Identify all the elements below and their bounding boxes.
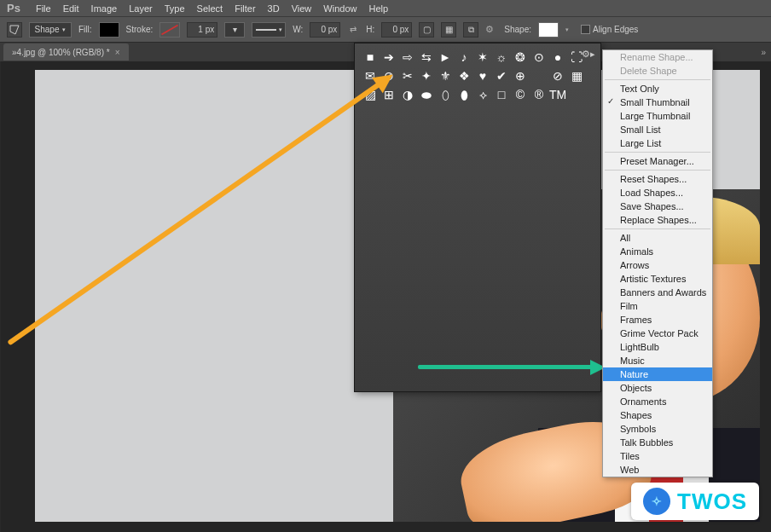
shape-preset[interactable]: ❖ [455,67,472,84]
height-input[interactable]: 0 px [381,22,412,38]
context-menu-item[interactable]: Artistic Textures [603,272,712,286]
shape-preset[interactable]: ⬯ [437,86,454,103]
context-menu-item[interactable]: Tiles [603,449,712,463]
context-menu-item[interactable]: LightBulb [603,340,712,354]
menu-image[interactable]: Image [91,3,118,14]
shape-preset[interactable]: ⟡ [474,86,491,103]
context-menu-item[interactable]: Preset Manager... [603,154,712,168]
context-menu-item: Delete Shape [603,64,712,78]
path-arrangement-button[interactable]: ⧉ [463,22,478,38]
context-menu-item[interactable]: Objects [603,381,712,395]
menu-layer[interactable]: Layer [129,3,153,14]
context-menu-item[interactable]: Large List [603,136,712,150]
options-gear-icon[interactable]: ⚙ [485,24,497,36]
document-tab-title: »4.jpg @ 100% (RGB/8) * [12,48,110,57]
context-menu-item[interactable]: Small List [603,123,712,136]
width-label: W: [293,25,303,34]
shape-preset[interactable]: ⬬ [418,86,435,103]
shape-preset[interactable]: ► [437,49,454,66]
expand-tabs-icon[interactable]: » [761,48,766,57]
shape-preset[interactable]: ▦ [568,67,585,84]
menu-filter[interactable]: Filter [235,3,255,14]
shape-picker-swatch[interactable] [538,22,559,38]
shape-preset[interactable]: © [512,86,529,103]
context-menu-item[interactable]: Film [603,299,712,313]
stroke-options-dropdown[interactable]: ▾ [224,22,245,38]
shape-preset[interactable]: ♥ [474,67,491,84]
context-menu-separator [605,152,710,153]
shape-preset[interactable]: ® [530,86,548,103]
shape-preset[interactable]: ➔ [380,49,397,66]
menu-file[interactable]: File [36,3,51,14]
context-menu-item[interactable]: Shapes [603,408,712,422]
menu-view[interactable]: View [292,3,312,14]
menu-type[interactable]: Type [165,3,185,14]
shape-preset[interactable]: ✶ [474,49,491,66]
context-menu-item[interactable]: Nature [603,367,712,381]
shape-preset[interactable]: ◑ [399,86,416,103]
menu-select[interactable]: Select [197,3,223,14]
context-menu-separator [605,79,710,80]
context-menu-item[interactable]: Music [603,354,712,367]
context-menu-item[interactable]: Arrows [603,258,712,272]
stroke-swatch[interactable] [159,22,180,38]
context-menu-item[interactable]: Replace Shapes... [603,213,712,227]
shape-preset[interactable]: ✔ [493,67,510,84]
shape-preset[interactable]: ⊕ [512,67,529,84]
stroke-type-dropdown[interactable]: ▾ [252,22,286,38]
shape-preset[interactable]: ♪ [455,49,472,66]
context-menu-separator [605,170,710,171]
shape-preset[interactable]: ✂ [399,67,416,84]
width-input[interactable]: 0 px [310,22,340,38]
shape-preset[interactable]: TM [549,86,566,103]
path-alignment-button[interactable]: ▦ [441,22,456,38]
context-menu-item[interactable]: Small Thumbnail [603,95,712,109]
shape-preset[interactable]: ⇨ [399,49,416,66]
shape-preset [530,67,548,84]
link-dimensions-icon[interactable]: ⇄ [347,24,359,36]
document-tab[interactable]: »4.jpg @ 100% (RGB/8) * × [3,43,129,61]
context-menu-item[interactable]: All [603,231,712,245]
options-bar: Shape▾ Fill: Stroke: 1 px ▾ ▾ W: 0 px ⇄ … [0,17,771,43]
shape-preset[interactable]: ■ [362,49,379,66]
context-menu-item[interactable]: Reset Shapes... [603,172,712,186]
shape-preset[interactable]: ❂ [512,49,529,66]
shape-preset[interactable]: ⊘ [549,67,566,84]
context-menu-item[interactable]: Text Only [603,82,712,95]
shape-preset[interactable]: □ [493,86,510,103]
shape-preset[interactable]: ● [549,49,566,66]
context-menu-item[interactable]: Web [603,463,712,477]
context-menu-item[interactable]: Load Shapes... [603,186,712,200]
menu-window[interactable]: Window [323,3,357,14]
watermark: ✧ TWOS [631,483,759,520]
context-menu-item[interactable]: Save Shapes... [603,200,712,213]
shape-preset[interactable]: ⇆ [418,49,435,66]
context-menu-item[interactable]: Banners and Awards [603,286,712,299]
stroke-width-input[interactable]: 1 px [187,22,217,38]
close-tab-icon[interactable]: × [115,48,120,57]
tool-mode-dropdown[interactable]: Shape▾ [29,22,72,38]
context-menu-separator [605,228,710,229]
menu-help[interactable]: Help [368,3,388,14]
shape-preset[interactable]: ⊙ [530,49,548,66]
fill-swatch[interactable] [99,22,119,38]
context-menu-item[interactable]: Animals [603,245,712,258]
shape-panel-gear-icon[interactable]: ⚙▸ [582,49,595,60]
menu-edit[interactable]: Edit [63,3,79,14]
context-menu-item[interactable]: Grime Vector Pack [603,327,712,340]
context-menu-item[interactable]: Ornaments [603,395,712,408]
context-menu-item[interactable]: Large Thumbnail [603,109,712,123]
context-menu-item[interactable]: Symbols [603,422,712,436]
align-edges-checkbox[interactable]: Align Edges [581,25,638,35]
shape-preset[interactable]: ⬮ [455,86,472,103]
context-menu-item: Rename Shape... [603,50,712,64]
shape-preset[interactable]: ⚜ [437,67,454,84]
shape-preset[interactable]: ☼ [493,49,510,66]
path-operations-button[interactable]: ▢ [419,22,434,38]
shape-picker-caret-icon[interactable]: ▾ [565,26,569,33]
context-menu-item[interactable]: Talk Bubbles [603,436,712,449]
shape-preset[interactable]: ✦ [418,67,435,84]
context-menu-item[interactable]: Frames [603,313,712,327]
custom-shape-tool-icon[interactable] [7,22,22,38]
menu-3d[interactable]: 3D [268,3,280,14]
